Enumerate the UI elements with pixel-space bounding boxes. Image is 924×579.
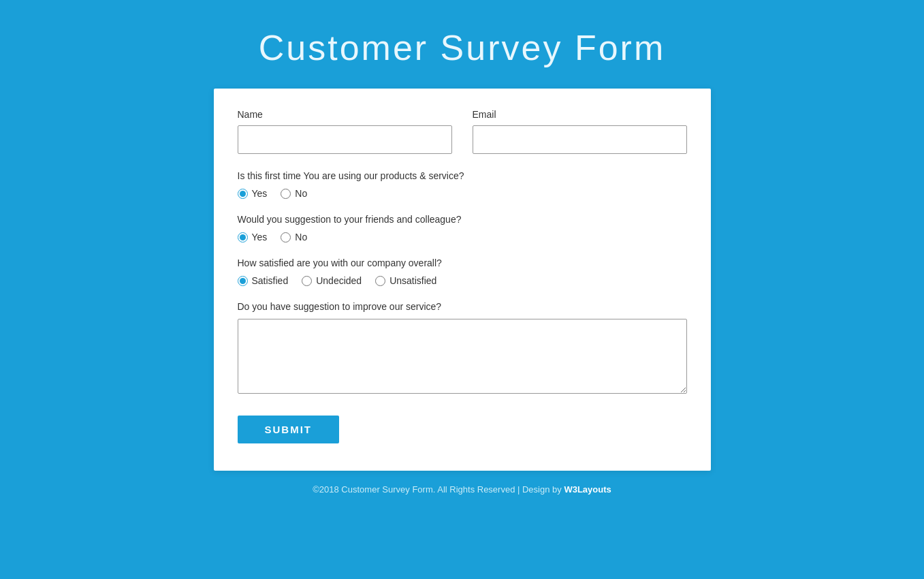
q2-no-text: No xyxy=(295,232,307,242)
q1-section: Is this first time You are using our pro… xyxy=(238,170,687,199)
q3-satisfied-label[interactable]: Satisfied xyxy=(238,275,289,286)
q3-unsatisfied-text: Unsatisfied xyxy=(389,275,436,286)
name-label: Name xyxy=(238,109,452,120)
q1-no-label[interactable]: No xyxy=(281,188,307,199)
q1-yes-label[interactable]: Yes xyxy=(238,188,268,199)
name-group: Name xyxy=(238,109,452,154)
footer: ©2018 Customer Survey Form. All Rights R… xyxy=(313,484,611,495)
q1-no-radio[interactable] xyxy=(281,189,291,199)
q2-section: Would you suggestion to your friends and… xyxy=(238,214,687,242)
q3-section: How satisfied are you with our company o… xyxy=(238,257,687,286)
q2-no-radio[interactable] xyxy=(281,232,291,242)
q2-yes-text: Yes xyxy=(252,232,268,242)
page-title: Customer Survey Form xyxy=(259,27,665,68)
q3-undecided-label[interactable]: Undecided xyxy=(302,275,362,286)
q4-label: Do you have suggestion to improve our se… xyxy=(238,301,687,312)
email-group: Email xyxy=(473,109,687,154)
q3-undecided-text: Undecided xyxy=(316,275,362,286)
q4-section: Do you have suggestion to improve our se… xyxy=(238,301,687,396)
q3-undecided-radio[interactable] xyxy=(302,276,312,286)
q3-satisfied-radio[interactable] xyxy=(238,276,248,286)
submit-button[interactable]: SUBMIT xyxy=(238,416,340,443)
q1-yes-radio[interactable] xyxy=(238,189,248,199)
q1-yes-text: Yes xyxy=(252,188,268,199)
q3-unsatisfied-label[interactable]: Unsatisfied xyxy=(375,275,436,286)
q2-text: Would you suggestion to your friends and… xyxy=(238,214,687,225)
q2-no-label[interactable]: No xyxy=(281,232,307,242)
footer-link[interactable]: W3Layouts xyxy=(564,484,611,495)
q1-radio-group: Yes No xyxy=(238,188,687,199)
q2-yes-radio[interactable] xyxy=(238,232,248,242)
email-input[interactable] xyxy=(473,125,687,154)
q2-yes-label[interactable]: Yes xyxy=(238,232,268,242)
q3-radio-group: Satisfied Undecided Unsatisfied xyxy=(238,275,687,286)
footer-text: ©2018 Customer Survey Form. All Rights R… xyxy=(313,484,564,495)
q3-unsatisfied-radio[interactable] xyxy=(375,276,385,286)
q1-no-text: No xyxy=(295,188,307,199)
name-email-row: Name Email xyxy=(238,109,687,154)
q2-radio-group: Yes No xyxy=(238,232,687,242)
survey-form-card: Name Email Is this first time You are us… xyxy=(214,89,711,471)
q1-text: Is this first time You are using our pro… xyxy=(238,170,687,181)
name-input[interactable] xyxy=(238,125,452,154)
suggestion-textarea[interactable] xyxy=(238,319,687,394)
email-label: Email xyxy=(473,109,687,120)
q3-text: How satisfied are you with our company o… xyxy=(238,257,687,268)
q3-satisfied-text: Satisfied xyxy=(252,275,289,286)
